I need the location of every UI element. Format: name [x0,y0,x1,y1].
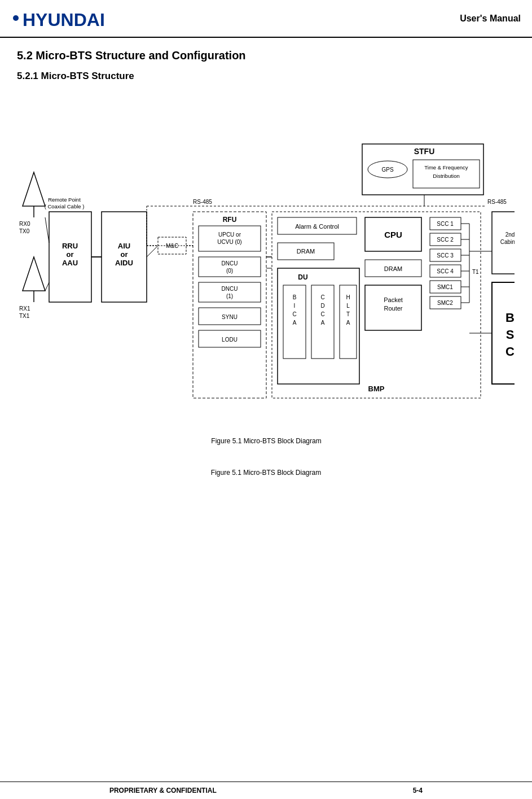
svg-text:( Coaxial Cable ): ( Coaxial Cable ) [44,203,84,209]
svg-text:S: S [505,328,514,342]
svg-text:SMC1: SMC1 [437,284,453,290]
svg-text:Packet: Packet [384,296,403,303]
svg-text:SCC 3: SCC 3 [437,252,454,259]
svg-text:2nd: 2nd [505,232,514,238]
svg-text:TX1: TX1 [19,313,30,319]
svg-text:AIU: AIU [117,242,130,250]
svg-text:C: C [505,344,515,359]
footer-right: 5-4 [413,787,423,794]
page-footer: PROPRIETARY & CONFIDENTIAL 5-4 [0,781,532,799]
svg-marker-6 [23,257,45,291]
svg-text:SCC 2: SCC 2 [437,237,454,243]
svg-text:DNCU: DNCU [221,286,238,292]
svg-text:RFU: RFU [222,216,236,224]
svg-text:SMC2: SMC2 [437,300,453,306]
svg-text:C: C [320,311,324,317]
svg-text:HYUNDAI: HYUNDAI [23,10,105,30]
svg-text:RX0: RX0 [19,221,30,227]
subsection-title: 5.2.1 Micro-BTS Structure [17,71,515,82]
svg-text:I: I [293,303,295,309]
svg-text:AIDU: AIDU [115,259,133,267]
svg-text:Router: Router [384,305,402,312]
svg-text:STFU: STFU [414,147,434,156]
svg-text:A: A [292,320,296,326]
figure-caption: Figure 5.1 Micro-BTS Block Diagram [17,469,515,477]
svg-text:C: C [292,311,296,317]
svg-rect-56 [278,268,359,384]
svg-text:T: T [346,311,349,317]
svg-text:A: A [346,320,350,326]
svg-text:D: D [320,303,324,309]
company-logo: HYUNDAI [11,6,124,31]
svg-text:SCC 1: SCC 1 [437,221,454,227]
footer-left: PROPRIETARY & CONFIDENTIAL [109,787,217,794]
svg-text:BMP: BMP [368,385,384,393]
svg-text:CPU: CPU [384,230,402,239]
svg-text:B: B [505,311,515,325]
svg-text:or: or [66,250,73,259]
page-header: HYUNDAI User's Manual [0,0,532,38]
svg-text:DRAM: DRAM [296,248,314,255]
svg-text:B: B [292,294,296,300]
svg-text:(1): (1) [226,293,232,299]
svg-text:DRAM: DRAM [384,265,402,272]
section-title: 5.2 Micro-BTS Structure and Configuratio… [17,49,515,62]
manual-title: User's Manual [460,14,521,24]
svg-text:TX0: TX0 [19,228,30,234]
block-diagram: RX0 TX0 RX1 TX1 RRU or AAU AIU or AIDU R… [18,93,515,466]
svg-text:GPS: GPS [381,167,393,173]
svg-line-116 [147,246,158,257]
svg-text:A: A [320,320,324,326]
svg-text:DNCU: DNCU [221,260,238,267]
svg-line-14 [45,217,49,243]
svg-text:UPCU or: UPCU or [218,232,241,238]
svg-text:(0): (0) [226,268,232,274]
svg-text:Cabinet: Cabinet [500,239,514,245]
svg-text:RS-485: RS-485 [487,199,507,205]
svg-text:Figure 5.1 Micro-BTS Block Dia: Figure 5.1 Micro-BTS Block Diagram [211,437,321,445]
svg-text:RS-485: RS-485 [193,199,212,205]
svg-text:Distribution: Distribution [433,173,460,179]
svg-text:Alarm & Control: Alarm & Control [295,223,339,230]
svg-text:UCVU (0): UCVU (0) [217,239,241,245]
svg-text:AAU: AAU [61,259,77,267]
page-content: 5.2 Micro-BTS Structure and Configuratio… [0,38,532,488]
svg-text:SCC 4: SCC 4 [437,268,454,274]
svg-text:L: L [346,303,350,309]
svg-text:LODU: LODU [222,337,238,343]
svg-text:RRU: RRU [61,242,77,250]
svg-text:DU: DU [298,273,307,281]
svg-text:H: H [346,294,350,300]
svg-text:C: C [320,294,324,300]
svg-text:RX1: RX1 [19,305,30,312]
svg-line-15 [45,282,49,291]
svg-text:Time & Frequency: Time & Frequency [424,164,468,171]
svg-text:SYNU: SYNU [222,314,238,320]
svg-marker-2 [23,172,45,206]
svg-text:T1: T1 [472,269,479,275]
svg-text:or: or [120,250,127,259]
svg-point-0 [13,15,19,21]
svg-text:Remote Point: Remote Point [48,197,81,203]
